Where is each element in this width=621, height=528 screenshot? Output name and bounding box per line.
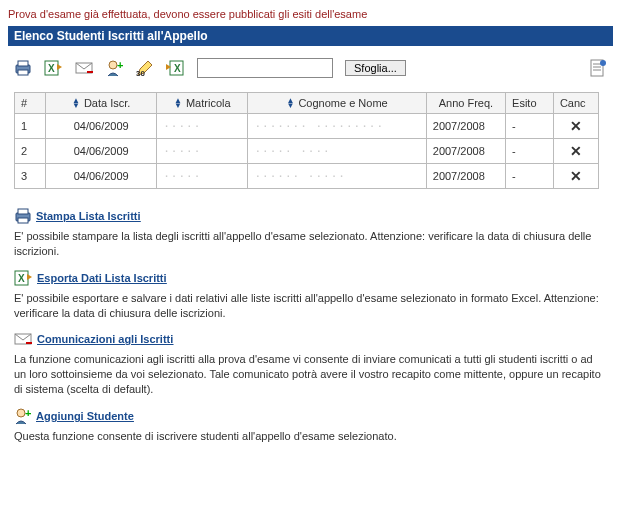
mail-icon[interactable] (75, 59, 94, 77)
th-data-iscr[interactable]: ▲▼ Data Iscr. (46, 93, 157, 114)
delete-icon[interactable]: ✕ (560, 168, 592, 184)
section-header: Elenco Studenti Iscritti all'Appello (8, 26, 613, 46)
delete-icon[interactable]: ✕ (560, 118, 592, 134)
file-path-input[interactable] (197, 58, 333, 78)
cell-anno: 2007/2008 (426, 114, 505, 139)
th-canc: Canc (553, 93, 598, 114)
table-row: 304/06/2009··········· ·····2007/2008-✕ (15, 164, 599, 189)
help-aggiungi-title[interactable]: Aggiungi Studente (14, 407, 607, 425)
print-icon (14, 207, 32, 225)
th-matricola[interactable]: ▲▼ Matricola (157, 93, 248, 114)
cell-esito: - (506, 164, 554, 189)
table-row: 104/06/2009············ ·········2007/20… (15, 114, 599, 139)
help-stampa-body: E' possibile stampare la lista degli isc… (14, 229, 607, 259)
cell-matricola: ····· (157, 114, 248, 139)
cell-nome: ····· ···· (248, 139, 426, 164)
cell-num: 2 (15, 139, 46, 164)
help-link[interactable]: Aggiungi Studente (36, 410, 134, 422)
cell-matricola: ····· (157, 139, 248, 164)
students-table: # ▲▼ Data Iscr. ▲▼ Matricola ▲▼ Cognome … (14, 92, 599, 189)
cell-esito: - (506, 139, 554, 164)
export-excel-icon[interactable] (44, 59, 63, 77)
th-esito: Esito (506, 93, 554, 114)
help-stampa-title[interactable]: Stampa Lista Iscritti (14, 207, 607, 225)
help-esporta-title[interactable]: Esporta Dati Lista Iscritti (14, 269, 607, 287)
print-icon[interactable] (14, 59, 32, 77)
cell-data: 04/06/2009 (46, 139, 157, 164)
sort-arrows-icon[interactable]: ▲▼ (287, 98, 295, 108)
cell-esito: - (506, 114, 554, 139)
help-link[interactable]: Esporta Dati Lista Iscritti (37, 272, 167, 284)
delete-icon[interactable]: ✕ (560, 143, 592, 159)
cell-nome: ······· ········· (248, 114, 426, 139)
cell-canc: ✕ (553, 139, 598, 164)
cell-canc: ✕ (553, 164, 598, 189)
cell-data: 04/06/2009 (46, 164, 157, 189)
document-icon[interactable] (589, 59, 607, 77)
cell-num: 1 (15, 114, 46, 139)
edit-grades-icon[interactable] (136, 59, 154, 77)
toolbar: Sfoglia... (8, 54, 613, 92)
table-row: 204/06/2009·········· ····2007/2008-✕ (15, 139, 599, 164)
cell-num: 3 (15, 164, 46, 189)
sort-arrows-icon[interactable]: ▲▼ (72, 98, 80, 108)
exam-done-notice: Prova d'esame già effettuata, devono ess… (8, 8, 613, 20)
import-excel-icon[interactable] (166, 59, 185, 77)
help-comunicazioni-body: La funzione comunicazioni agli iscritti … (14, 352, 607, 397)
th-label: Matricola (186, 97, 231, 109)
sort-arrows-icon[interactable]: ▲▼ (174, 98, 182, 108)
help-comunicazioni-title[interactable]: Comunicazioni agli Iscritti (14, 330, 607, 348)
cell-matricola: ····· (157, 164, 248, 189)
th-label: Data Iscr. (84, 97, 130, 109)
help-link[interactable]: Comunicazioni agli Iscritti (37, 333, 173, 345)
cell-anno: 2007/2008 (426, 164, 505, 189)
help-link[interactable]: Stampa Lista Iscritti (36, 210, 141, 222)
cell-canc: ✕ (553, 114, 598, 139)
cell-anno: 2007/2008 (426, 139, 505, 164)
browse-button[interactable]: Sfoglia... (345, 60, 406, 76)
th-label: Cognome e Nome (298, 97, 387, 109)
mail-icon (14, 330, 33, 348)
help-esporta-body: E' possibile esportare e salvare i dati … (14, 291, 607, 321)
add-student-icon[interactable] (106, 59, 124, 77)
cell-nome: ······ ····· (248, 164, 426, 189)
th-cognome-nome[interactable]: ▲▼ Cognome e Nome (248, 93, 426, 114)
help-aggiungi-body: Questa funzione consente di iscrivere st… (14, 429, 607, 444)
add-student-icon (14, 407, 32, 425)
cell-data: 04/06/2009 (46, 114, 157, 139)
export-excel-icon (14, 269, 33, 287)
th-num: # (15, 93, 46, 114)
th-anno-freq: Anno Freq. (426, 93, 505, 114)
